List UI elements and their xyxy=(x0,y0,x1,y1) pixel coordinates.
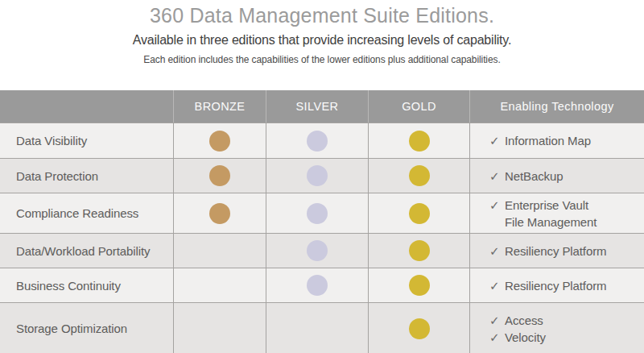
table-row: Storage Optimization ✓Access✓Velocity xyxy=(0,302,644,353)
silver-dot-icon xyxy=(307,240,328,261)
table-row: Business Continuity ✓Resiliency Platform xyxy=(0,268,644,302)
gold-dot-icon xyxy=(409,240,430,261)
technology-item: ✓Information Map xyxy=(489,132,644,149)
gold-cell xyxy=(368,159,469,193)
silver-dot-icon xyxy=(307,165,328,186)
silver-cell xyxy=(266,123,368,158)
enabling-technology-cell: ✓Resiliency Platform xyxy=(469,234,644,268)
gold-dot-icon xyxy=(409,318,430,339)
silver-cell xyxy=(266,193,368,233)
check-icon: ✓ xyxy=(489,197,505,214)
bronze-cell xyxy=(173,268,266,302)
header-enabling-technology: Enabling Technology xyxy=(469,90,644,123)
bronze-dot-icon xyxy=(209,165,230,186)
table-row: Data Visibility ✓Information Map xyxy=(0,123,644,158)
technology-item: ✓Resiliency Platform xyxy=(489,277,644,294)
gold-dot-icon xyxy=(409,165,430,186)
gold-cell xyxy=(368,123,469,158)
table-row: Data/Workload Portability ✓Resiliency Pl… xyxy=(0,233,644,268)
technology-label: Information Map xyxy=(505,134,591,147)
technology-item: ✓NetBackup xyxy=(489,168,644,185)
header-bronze: BRONZE xyxy=(173,90,266,123)
technology-item: ✓Resiliency Platform xyxy=(489,243,644,260)
gold-dot-icon xyxy=(409,275,430,296)
bronze-cell xyxy=(173,303,266,353)
silver-cell xyxy=(266,159,368,193)
check-icon: ✓ xyxy=(489,329,505,346)
silver-dot-icon xyxy=(307,203,328,224)
check-icon: ✓ xyxy=(489,243,505,260)
capability-label: Data/Workload Portability xyxy=(0,234,173,268)
gold-cell xyxy=(368,268,469,302)
silver-cell xyxy=(266,268,368,302)
page-title: 360 Data Management Suite Editions. xyxy=(0,0,644,27)
enabling-technology-cell: ✓Enterprise VaultFile Management xyxy=(469,193,644,233)
technology-label: File Management xyxy=(505,215,597,229)
bronze-dot-icon xyxy=(209,203,230,224)
enabling-technology-cell: ✓Resiliency Platform xyxy=(469,268,644,302)
header-capability xyxy=(0,90,173,123)
technology-label: Access xyxy=(505,314,543,327)
table-row: Compliance Readiness ✓Enterprise VaultFi… xyxy=(0,193,644,233)
enabling-technology-cell: ✓Access✓Velocity xyxy=(469,303,644,353)
technology-item: File Management xyxy=(489,214,644,230)
check-icon: ✓ xyxy=(489,312,505,329)
technology-label: Enterprise Vault xyxy=(505,198,588,212)
page-subtitle: Available in three editions that provide… xyxy=(0,33,644,48)
silver-dot-icon xyxy=(307,275,328,296)
silver-cell xyxy=(266,303,368,353)
capability-label: Data Visibility xyxy=(0,123,173,158)
check-icon: ✓ xyxy=(489,277,505,294)
capability-label: Data Protection xyxy=(0,159,173,193)
check-icon: ✓ xyxy=(489,168,505,185)
silver-cell xyxy=(266,234,368,268)
page-note: Each edition includes the capabilities o… xyxy=(0,54,644,65)
gold-cell xyxy=(368,193,469,233)
technology-label: Velocity xyxy=(505,330,546,344)
enabling-technology-cell: ✓Information Map xyxy=(469,123,644,158)
enabling-technology-cell: ✓NetBackup xyxy=(469,159,644,193)
silver-dot-icon xyxy=(307,131,328,152)
technology-item: ✓Velocity xyxy=(489,329,644,346)
technology-label: Resiliency Platform xyxy=(505,244,606,258)
table-header-row: BRONZE SILVER GOLD Enabling Technology xyxy=(0,90,644,123)
gold-dot-icon xyxy=(409,131,430,152)
bronze-cell xyxy=(173,193,266,233)
editions-comparison-table: BRONZE SILVER GOLD Enabling Technology D… xyxy=(0,90,644,353)
gold-cell xyxy=(368,303,469,353)
technology-label: NetBackup xyxy=(505,169,563,183)
capability-label: Storage Optimization xyxy=(0,303,173,353)
header-silver: SILVER xyxy=(266,90,368,123)
gold-dot-icon xyxy=(409,203,430,224)
editions-page: 360 Data Management Suite Editions. Avai… xyxy=(0,0,644,353)
header-gold: GOLD xyxy=(368,90,469,123)
check-icon: ✓ xyxy=(489,132,505,149)
capability-label: Compliance Readiness xyxy=(0,193,173,233)
gold-cell xyxy=(368,234,469,268)
technology-label: Resiliency Platform xyxy=(505,279,606,293)
table-row: Data Protection ✓NetBackup xyxy=(0,158,644,193)
bronze-cell xyxy=(173,159,266,193)
capability-label: Business Continuity xyxy=(0,268,173,302)
bronze-dot-icon xyxy=(209,131,230,152)
bronze-cell xyxy=(173,123,266,158)
bronze-cell xyxy=(173,234,266,268)
technology-item: ✓Access xyxy=(489,312,644,329)
technology-item: ✓Enterprise Vault xyxy=(489,197,644,214)
